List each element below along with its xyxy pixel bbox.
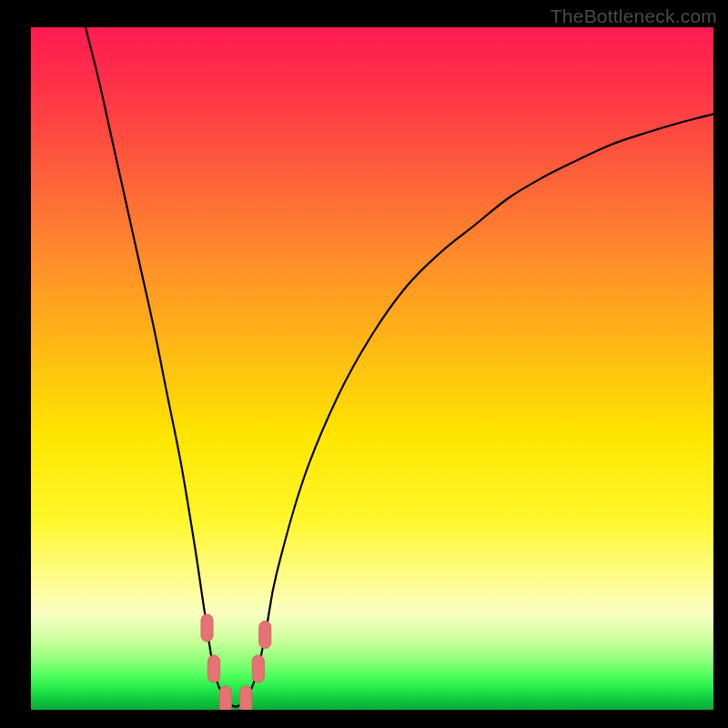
optimum-marker (240, 686, 252, 710)
optimum-marker (208, 655, 220, 682)
plot-area (31, 27, 713, 710)
chart-frame: TheBottleneck.com (0, 0, 728, 728)
bottleneck-curve (31, 27, 713, 710)
optimum-marker (201, 614, 213, 642)
optimum-marker (219, 686, 231, 710)
optimum-marker (259, 622, 271, 649)
optimum-marker (252, 655, 264, 682)
attribution-text: TheBottleneck.com (551, 5, 717, 27)
